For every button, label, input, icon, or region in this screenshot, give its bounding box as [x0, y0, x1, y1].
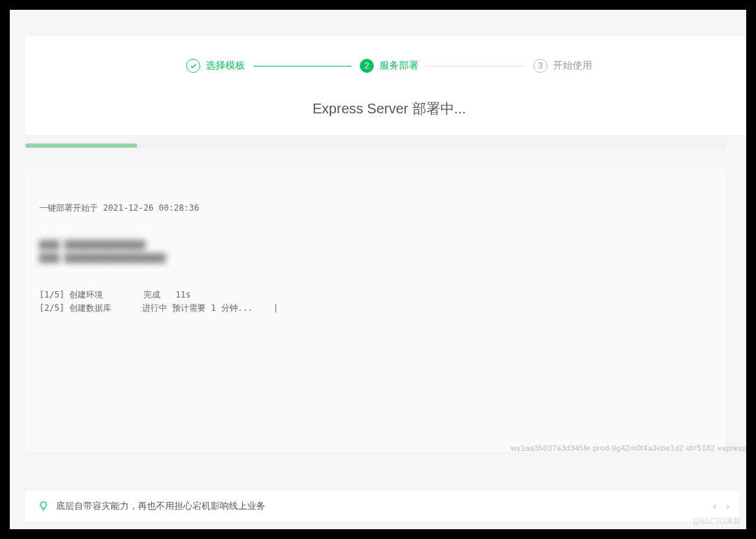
step-done-icon	[186, 59, 200, 73]
log-start: 一键部署开始于 2021-12-26 00:28:36	[39, 203, 200, 213]
step-label: 选择模板	[206, 59, 245, 72]
step-pending-number: 3	[533, 59, 547, 73]
step-connector	[427, 66, 525, 66]
log-line: [2/5] 创建数据库 进行中 预计需要 1 分钟... |	[39, 303, 278, 313]
deploy-meta: wx1aa35037a3d345fe prod-9g42m0t4a3ebe1d2…	[25, 444, 746, 452]
app-background: 选择模板 2 服务部署 3 开始使用 Express Server 部署中...…	[10, 10, 746, 529]
watermark: @51CTO博客	[693, 516, 741, 526]
tip-bar: 底层自带容灾能力，再也不用担心宕机影响线上业务 ‹ ›	[25, 491, 739, 522]
stepper: 选择模板 2 服务部署 3 开始使用	[25, 36, 746, 80]
step-label: 开始使用	[553, 59, 592, 72]
step-active-number: 2	[360, 59, 374, 73]
deploy-log: 一键部署开始于 2021-12-26 00:28:36 ████ ███████…	[25, 169, 725, 452]
progress-bar	[25, 144, 725, 148]
tip-next-icon[interactable]: ›	[726, 500, 729, 512]
step-label: 服务部署	[379, 59, 419, 72]
step-deploy[interactable]: 2 服务部署	[360, 59, 419, 73]
progress-fill	[25, 144, 137, 148]
deploy-title: Express Server 部署中...	[25, 80, 746, 135]
tip-text: 底层自带容灾能力，再也不用担心宕机影响线上业务	[56, 500, 265, 512]
log-redacted: ████ ████████████████ ████ █████████████…	[39, 239, 166, 265]
step-select-template[interactable]: 选择模板	[186, 59, 245, 73]
tip-prev-icon[interactable]: ‹	[713, 500, 717, 512]
log-line: [1/5] 创建环境 完成 11s	[39, 290, 191, 300]
step-connector	[253, 66, 351, 66]
lightbulb-icon	[38, 500, 49, 512]
main-card: 选择模板 2 服务部署 3 开始使用 Express Server 部署中...	[25, 36, 746, 135]
window-frame: 选择模板 2 服务部署 3 开始使用 Express Server 部署中...…	[0, 0, 756, 539]
step-start-using: 3 开始使用	[533, 59, 592, 73]
